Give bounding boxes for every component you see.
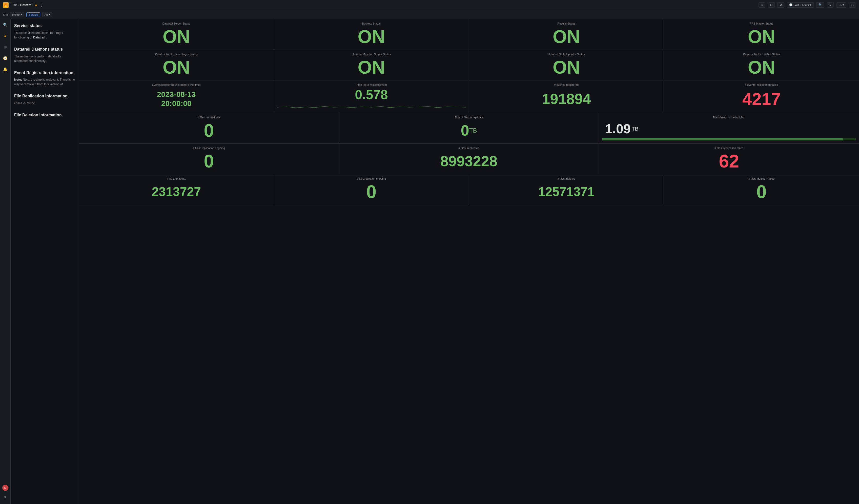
files-deleted-card: # files: deleted 12571371 (469, 174, 664, 205)
files-replicated-value: 8993228 (342, 152, 596, 171)
files-to-delete-title: # files: to delete (82, 177, 271, 180)
chevron-down-icon: ▾ (810, 3, 811, 6)
topbar-right: ⊞ ⊡ ⚙ 🕐 Last 6 hours ▾ 🔍 ↻ 5s ▾ ⬚ (758, 2, 856, 7)
event-registration-info: Event Registration information Note: Not… (14, 70, 75, 87)
all-filter-label: All (45, 13, 48, 16)
all-filter[interactable]: All ▾ (42, 12, 52, 17)
file-deletion-title: File Deletion Information (14, 112, 75, 118)
chime-filter[interactable]: chime ▾ (10, 12, 24, 17)
transferred-24h-value: 1.09 TB (602, 121, 856, 137)
datatrail-server-status-card: Datatrail Server Status ON (79, 19, 274, 50)
chime-filter-label: chime (12, 13, 19, 16)
topbar-left: 🔥 FRB / Datatrail ★ ⋮ (3, 2, 43, 8)
frb-master-status-card: FRB Master Status ON (664, 19, 859, 50)
time-register-spark (277, 102, 466, 110)
deletion-stager-title: Datatrail Deletion Stager Status (277, 52, 466, 56)
events-registration-failed-value: 4217 (667, 88, 856, 110)
deletion-stager-card: Datatrail Deletion Stager Status ON (274, 50, 469, 80)
clock-icon: 🕐 (789, 3, 793, 6)
sidebar-item-help[interactable]: ? (2, 494, 9, 501)
sidebar-item-alerts[interactable]: 🔔 (2, 66, 9, 73)
sidebar-item-starred[interactable]: ★ (2, 32, 9, 40)
events-registered-value: 191894 (472, 88, 661, 110)
settings-button[interactable]: ⚙ (777, 2, 784, 7)
file-replication-row1: # files: to replicate 0 Size of files to… (79, 113, 859, 144)
refresh-rate-label: 5s (839, 3, 842, 6)
display-mode-button[interactable]: ⬚ (849, 2, 856, 7)
results-status-title: Results Status (472, 22, 661, 25)
dashboard-settings-button[interactable]: ⊡ (768, 2, 775, 7)
files-deleted-value: 12571371 (472, 182, 661, 202)
sidebar-item-dashboards[interactable]: ⊞ (2, 44, 9, 50)
replication-failed-title: # files: replication failed (602, 146, 856, 150)
favorite-icon[interactable]: ★ (34, 3, 38, 7)
chevron-down-icon-3: ▾ (20, 13, 22, 16)
time-to-register-value: 0.578 (277, 88, 466, 101)
events-registered-until-title: Events registered until (ignore the time… (82, 83, 271, 87)
frb-master-status-value: ON (667, 27, 856, 47)
metric-pusher-title: Datatrail Metric Pusher Status (667, 52, 856, 56)
replication-ongoing-title: # files: replication ongoing (82, 146, 336, 150)
dashboard: Datatrail Server Status ON Buckets Statu… (79, 19, 859, 504)
replication-ongoing-value: 0 (82, 152, 336, 171)
metric-pusher-value: ON (667, 58, 856, 77)
events-registration-failed-title: # events: registration failed (667, 83, 856, 87)
share-icon[interactable]: ⋮ (40, 3, 43, 7)
results-status-card: Results Status ON (469, 19, 664, 50)
deletion-stager-value: ON (277, 58, 466, 77)
replication-stager-title: Datatrail Replication Stager Status (82, 52, 271, 56)
sidebar-item-search[interactable]: 🔍 (2, 21, 9, 28)
service-status-title: Service status (14, 23, 75, 29)
files-to-replicate-value: 0 (82, 121, 336, 141)
site-filter-label: Site (3, 13, 8, 16)
app-logo: 🔥 (3, 2, 9, 8)
deletion-ongoing-title: # files: deletion ongoing (277, 177, 466, 180)
sidebar-bottom: U ? (2, 485, 9, 501)
service-filter[interactable]: Service (26, 12, 40, 17)
breadcrumb: FRB / Datatrail ★ ⋮ (11, 3, 43, 7)
daemons-status-info: Datatrail Daemons status These daemons p… (14, 47, 75, 63)
files-replicated-title: # files: replicated (342, 146, 596, 150)
daemons-status-desc: These daemons perform datatrail's automa… (14, 54, 75, 63)
buckets-status-title: Buckets Status (277, 22, 466, 25)
avatar[interactable]: U (2, 485, 9, 491)
size-to-replicate-title: Size of files to replicate (342, 116, 596, 119)
service-status-row: Datatrail Server Status ON Buckets Statu… (79, 19, 859, 50)
state-updater-title: Datatrail State Updater Status (472, 52, 661, 56)
files-to-replicate-title: # files: to replicate (82, 116, 336, 119)
breadcrumb-dashboard[interactable]: Datatrail (20, 3, 33, 7)
transferred-progress-bar (602, 138, 856, 140)
results-status-value: ON (472, 27, 661, 47)
refresh-button[interactable]: ↻ (827, 2, 834, 7)
files-to-delete-value: 2313727 (82, 182, 271, 202)
replication-stager-value: ON (82, 58, 271, 77)
events-registration-failed-card: # events: registration failed 4217 (664, 80, 859, 113)
deletion-ongoing-card: # files: deletion ongoing 0 (274, 174, 469, 205)
time-range-button[interactable]: 🕐 Last 6 hours ▾ (787, 2, 814, 7)
breadcrumb-project[interactable]: FRB (11, 3, 17, 7)
events-registered-until-value: 2023-08-13 20:00:00 (82, 88, 271, 110)
fire-icon: 🔥 (4, 3, 8, 7)
zoom-out-button[interactable]: 🔍 (816, 2, 824, 7)
file-replication-row2: # files: replication ongoing 0 # files: … (79, 144, 859, 174)
filterbar: Site chime ▾ Service All ▾ (0, 10, 859, 19)
file-deletion-info: File Deletion Information (14, 112, 75, 118)
event-registration-row: Events registered until (ignore the time… (79, 80, 859, 113)
refresh-rate-button[interactable]: 5s ▾ (836, 2, 846, 7)
time-range-label: Last 6 hours (794, 3, 809, 6)
events-registered-card: # events: registered 191894 (469, 80, 664, 113)
metric-pusher-card: Datatrail Metric Pusher Status ON (664, 50, 859, 80)
replication-stager-card: Datatrail Replication Stager Status ON (79, 50, 274, 80)
main-layout: 🔍 ★ ⊞ 🧭 🔔 U ? Service status These servi… (0, 19, 859, 504)
size-to-replicate-card: Size of files to replicate 0 TB (339, 113, 599, 143)
replication-ongoing-card: # files: replication ongoing 0 (79, 144, 339, 174)
info-panel: Service status These services are critic… (11, 19, 79, 504)
state-updater-card: Datatrail State Updater Status ON (469, 50, 664, 80)
file-replication-desc: chime -> Minoc (14, 101, 75, 106)
datatrail-server-status-value: ON (82, 27, 271, 47)
file-replication-info: File Replication Information chime -> Mi… (14, 94, 75, 106)
breadcrumb-separator: / (18, 3, 19, 7)
sidebar-item-explore[interactable]: 🧭 (2, 55, 9, 62)
daemons-status-row: Datatrail Replication Stager Status ON D… (79, 50, 859, 80)
add-panel-button[interactable]: ⊞ (758, 2, 765, 7)
